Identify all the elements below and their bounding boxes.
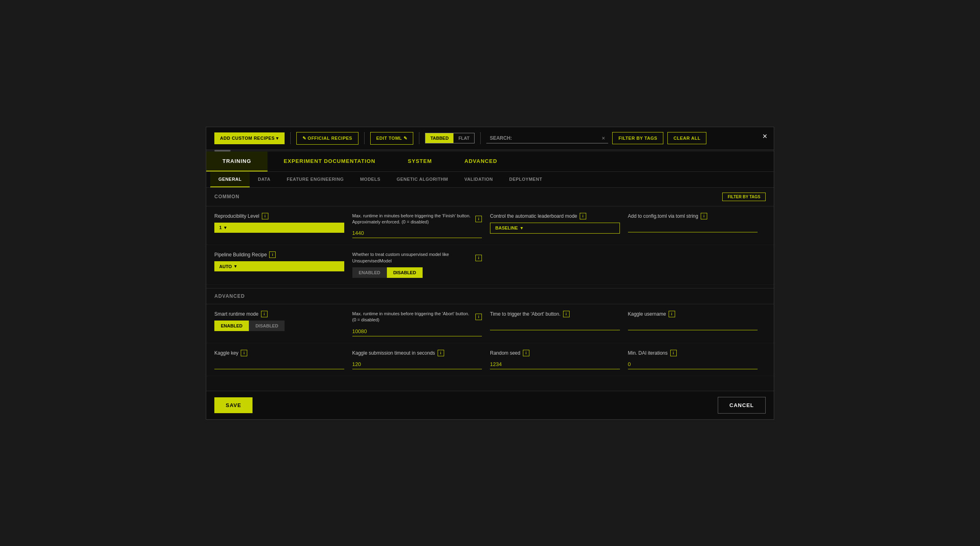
kaggle-key-info-icon[interactable]: i	[241, 350, 247, 356]
subtab-feature-engineering[interactable]: FEATURE ENGINEERING	[278, 172, 352, 187]
subtab-genetic-algorithm[interactable]: GENETIC ALGORITHM	[389, 172, 456, 187]
tab-training[interactable]: TRAINING	[206, 152, 268, 171]
tab-experiment-docs[interactable]: EXPERIMENT DOCUMENTATION	[268, 152, 392, 171]
filter-by-tags-button[interactable]: FILTER BY TAGS	[612, 132, 663, 144]
search-clear-button[interactable]: ×	[602, 135, 605, 141]
divider-3	[419, 132, 419, 144]
smart-runtime-mode-enabled-btn[interactable]: ENABLED	[214, 321, 249, 331]
add-toml-string-field: Add to config.toml via toml string i	[628, 213, 766, 238]
max-runtime-abort-field: Max. runtime in minutes before triggerin…	[352, 311, 490, 336]
flat-toggle[interactable]: FLAT	[453, 133, 474, 143]
time-trigger-abort-input[interactable]	[490, 321, 620, 330]
reproducibility-level-info-icon[interactable]: i	[262, 213, 268, 219]
empty-col-3	[490, 251, 628, 278]
common-filter-tags-button[interactable]: FILTER BY TAGS	[722, 193, 766, 201]
unsupervised-model-field: Whether to treat custom unsupervised mod…	[352, 251, 490, 278]
edit-toml-button[interactable]: EDIT TOML ✎	[370, 132, 413, 145]
search-box: SEARCH: ×	[486, 133, 608, 143]
common-section-header: COMMON FILTER BY TAGS	[206, 188, 774, 206]
add-custom-recipes-button[interactable]: ADD CUSTOM RECIPES ▾	[214, 132, 285, 144]
min-dai-iterations-label: Min. DAI iterations i	[628, 350, 758, 356]
reproducibility-level-field: Reproducibility Level i 1 ▾	[214, 213, 352, 238]
kaggle-submission-timeout-input[interactable]	[352, 360, 482, 369]
max-runtime-abort-input[interactable]	[352, 327, 482, 336]
random-seed-label: Random seed i	[490, 350, 620, 356]
subtab-general[interactable]: GENERAL	[210, 172, 250, 187]
divider-1	[290, 132, 291, 144]
common-row-2: Pipeline Building Recipe i AUTO ▾ Whethe…	[206, 245, 774, 285]
kaggle-submission-timeout-info-icon[interactable]: i	[438, 350, 444, 356]
max-runtime-finish-input[interactable]	[352, 228, 482, 238]
search-label: SEARCH:	[490, 135, 512, 141]
divider-2	[364, 132, 365, 144]
reproducibility-level-label: Reproducibility Level i	[214, 213, 344, 219]
clear-all-button[interactable]: CLEAR ALL	[667, 132, 706, 144]
advanced-row-1: Smart runtime mode i ENABLED DISABLED Ma…	[206, 304, 774, 343]
pipeline-building-recipe-dropdown[interactable]: AUTO ▾	[214, 261, 344, 271]
kaggle-submission-timeout-field: Kaggle submission timeout in seconds i	[352, 350, 490, 369]
smart-runtime-mode-info-icon[interactable]: i	[261, 311, 268, 317]
kaggle-key-field: Kaggle key i	[214, 350, 352, 369]
kaggle-username-input[interactable]	[628, 321, 758, 330]
close-button[interactable]: ×	[762, 132, 767, 140]
unsupervised-model-info-icon[interactable]: i	[475, 255, 482, 261]
control-leaderboard-field: Control the automatic leaderboard mode i…	[490, 213, 628, 238]
divider-4	[480, 132, 481, 144]
tab-system[interactable]: SYSTEM	[392, 152, 448, 171]
unsupervised-model-label: Whether to treat custom unsupervised mod…	[352, 251, 482, 264]
advanced-row-2: Kaggle key i Kaggle submission timeout i…	[206, 343, 774, 376]
add-toml-string-label: Add to config.toml via toml string i	[628, 213, 758, 219]
common-row-1: Reproducibility Level i 1 ▾ Max. runtime…	[206, 206, 774, 245]
max-runtime-finish-info-icon[interactable]: i	[475, 216, 482, 222]
sub-tabs: GENERAL DATA FEATURE ENGINEERING MODELS …	[206, 172, 774, 188]
kaggle-key-input[interactable]	[214, 360, 344, 369]
pipeline-building-recipe-label: Pipeline Building Recipe i	[214, 251, 344, 258]
content-area: COMMON FILTER BY TAGS Reproducibility Le…	[206, 188, 774, 391]
max-runtime-finish-field: Max. runtime in minutes before triggerin…	[352, 213, 490, 238]
random-seed-input[interactable]	[490, 360, 620, 369]
tabbed-toggle[interactable]: TABBED	[425, 133, 453, 143]
main-modal: ADD CUSTOM RECIPES ▾ ✎ OFFICIAL RECIPES …	[206, 127, 774, 420]
cancel-button[interactable]: CANCEL	[718, 397, 766, 414]
add-toml-string-input[interactable]	[628, 223, 758, 232]
max-runtime-abort-info-icon[interactable]: i	[475, 314, 482, 320]
modal-footer: SAVE CANCEL	[206, 391, 774, 419]
min-dai-iterations-field: Min. DAI iterations i	[628, 350, 766, 369]
subtab-validation[interactable]: VALIDATION	[456, 172, 501, 187]
pipeline-building-recipe-info-icon[interactable]: i	[269, 251, 276, 258]
reproducibility-level-dropdown[interactable]: 1 ▾	[214, 223, 344, 233]
unsupervised-model-enabled-btn[interactable]: ENABLED	[352, 267, 387, 278]
common-section-title: COMMON	[214, 194, 240, 199]
pipeline-building-recipe-field: Pipeline Building Recipe i AUTO ▾	[214, 251, 352, 278]
save-button[interactable]: SAVE	[214, 397, 253, 413]
max-runtime-abort-label: Max. runtime in minutes before triggerin…	[352, 311, 482, 323]
kaggle-username-info-icon[interactable]: i	[669, 311, 675, 317]
tab-advanced[interactable]: ADVANCED	[448, 152, 514, 171]
smart-runtime-mode-disabled-btn[interactable]: DISABLED	[249, 321, 285, 331]
empty-col-4	[628, 251, 766, 278]
unsupervised-model-disabled-btn[interactable]: DISABLED	[387, 267, 423, 278]
max-runtime-finish-label: Max. runtime in minutes before triggerin…	[352, 213, 482, 225]
time-trigger-abort-field: Time to trigger the 'Abort' button. i	[490, 311, 628, 336]
kaggle-username-label: Kaggle username i	[628, 311, 758, 317]
time-trigger-abort-label: Time to trigger the 'Abort' button. i	[490, 311, 620, 317]
time-trigger-abort-info-icon[interactable]: i	[563, 311, 570, 317]
smart-runtime-mode-toggle: ENABLED DISABLED	[214, 321, 344, 331]
subtab-models[interactable]: MODELS	[352, 172, 389, 187]
add-toml-string-info-icon[interactable]: i	[701, 213, 707, 219]
min-dai-iterations-input[interactable]	[628, 360, 758, 369]
subtab-data[interactable]: DATA	[250, 172, 278, 187]
subtab-deployment[interactable]: DEPLOYMENT	[501, 172, 550, 187]
random-seed-field: Random seed i	[490, 350, 628, 369]
advanced-section-header: ADVANCED	[206, 288, 774, 304]
official-recipes-button[interactable]: ✎ OFFICIAL RECIPES	[296, 132, 358, 145]
control-leaderboard-info-icon[interactable]: i	[580, 213, 586, 219]
random-seed-info-icon[interactable]: i	[523, 350, 529, 356]
advanced-section-title: ADVANCED	[214, 293, 245, 299]
search-input[interactable]	[515, 135, 602, 141]
view-toggle-group: TABBED FLAT	[425, 133, 475, 143]
min-dai-iterations-info-icon[interactable]: i	[670, 350, 677, 356]
control-leaderboard-dropdown[interactable]: BASELINE ▾	[490, 223, 620, 234]
kaggle-submission-timeout-label: Kaggle submission timeout in seconds i	[352, 350, 482, 356]
smart-runtime-mode-field: Smart runtime mode i ENABLED DISABLED	[214, 311, 352, 336]
